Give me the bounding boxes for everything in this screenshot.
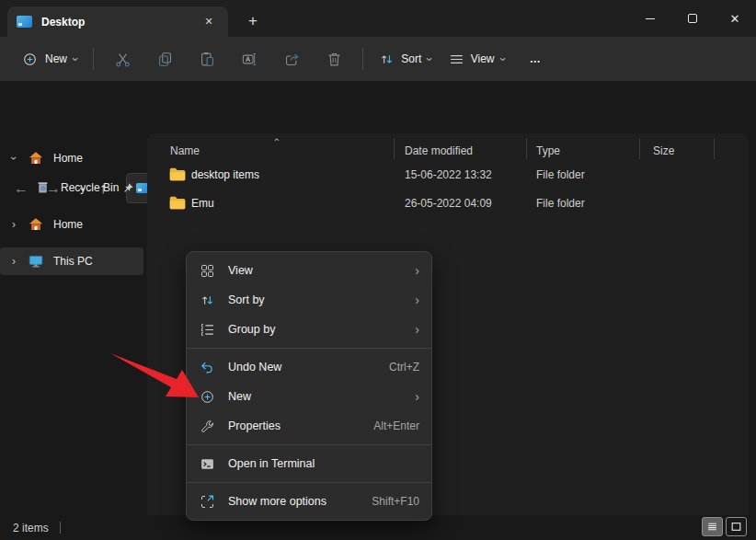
chevron-collapsed-icon[interactable]: › [7,218,20,231]
plus-circle-icon [21,51,39,68]
file-row-desktop-items[interactable]: desktop items 15-06-2022 13:32 File fold… [147,161,749,190]
recycle-bin-icon: ♻ [35,179,52,196]
menu-item-group-by[interactable]: Group by › [187,315,431,344]
delete-button[interactable] [316,44,351,74]
menu-item-undo-new[interactable]: Undo New Ctrl+Z [187,352,431,382]
scissors-icon [114,51,132,68]
file-date-modified: 15-06-2022 13:32 [405,168,492,181]
context-menu: View › Sort by › Group by › Undo New Ctr… [186,251,432,521]
column-resize-handle[interactable] [639,139,640,159]
cut-button[interactable] [105,44,140,74]
menu-item-label: View [228,264,415,277]
menu-item-shortcut: Ctrl+Z [389,361,419,373]
menu-item-view[interactable]: View › [187,256,431,285]
menu-item-open-in-terminal[interactable]: Open in Terminal [187,449,431,478]
menu-item-label: Open in Terminal [228,457,419,470]
submenu-chevron-icon: › [415,293,419,307]
rename-button[interactable] [232,44,267,74]
chevron-down-icon: › [70,57,82,61]
maximize-icon [688,14,697,23]
large-icons-view-button[interactable] [726,517,747,536]
menu-item-sort-by[interactable]: Sort by › [187,285,431,315]
file-name: Emu [191,197,214,210]
chevron-collapsed-icon[interactable]: › [7,255,20,268]
details-view-button[interactable] [702,517,723,536]
new-button-label: New [45,52,67,65]
menu-item-label: Sort by [228,293,415,306]
sidebar-item-label: This PC [53,255,143,268]
status-divider [60,522,61,534]
sidebar-item-home[interactable]: › Home [0,144,143,172]
file-type: File folder [536,197,585,210]
column-resize-handle[interactable] [526,139,527,159]
sidebar-item-this-pc[interactable]: › This PC [0,247,143,275]
view-button[interactable]: View › [441,46,513,73]
navigation-pane: › Home › ♻ Recycle Bin › Home › This PC [0,133,143,515]
sort-icon [379,52,395,67]
file-explorer-window: Desktop ✕ + ✕ New › [0,0,756,540]
menu-item-label: Show more options [228,495,372,508]
paste-button[interactable] [189,44,224,74]
view-lines-icon [449,52,464,67]
command-toolbar: New › Sort › View › [0,37,756,81]
sidebar-item-recycle-bin[interactable]: › ♻ Recycle Bin [0,174,143,201]
menu-item-show-more-options[interactable]: Show more options Shift+F10 [187,487,431,516]
column-resize-handle[interactable] [714,139,715,159]
menu-item-new[interactable]: New › [187,382,431,411]
new-tab-button[interactable]: + [241,9,265,33]
trash-icon [326,51,343,68]
tab-desktop[interactable]: Desktop ✕ [7,6,228,37]
sort-ascending-icon: › [270,138,281,142]
large-icons-view-icon [730,521,742,533]
copy-button[interactable] [147,44,182,74]
menu-item-properties[interactable]: Properties Alt+Enter [187,411,431,441]
close-button[interactable]: ✕ [714,0,756,37]
menu-item-shortcut: Alt+Enter [373,419,419,432]
sort-icon [199,292,216,309]
pin-icon [122,182,134,194]
this-pc-icon [28,253,44,270]
grid-view-icon [199,262,216,280]
menu-divider [187,444,431,445]
tab-close-icon[interactable]: ✕ [199,12,219,32]
title-bar: Desktop ✕ + ✕ [0,0,756,37]
rename-icon [241,51,258,68]
menu-item-label: Group by [228,323,415,336]
chevron-down-icon: › [424,57,436,61]
details-view-icon [706,521,718,533]
toolbar-divider [362,48,363,70]
paste-icon [199,51,216,68]
sort-button[interactable]: Sort › [371,46,440,73]
share-button[interactable] [274,44,309,74]
menu-item-label: Properties [228,419,373,432]
minimize-icon [646,18,655,19]
desktop-icon [17,16,32,28]
menu-item-shortcut: Shift+F10 [372,495,419,508]
sidebar-item-label: Home [53,218,143,231]
file-name: desktop items [191,168,259,181]
tab-title: Desktop [41,16,199,29]
folder-icon [169,196,186,210]
new-button[interactable]: New › [13,45,86,74]
sidebar-item-home-2[interactable]: › Home [0,211,143,238]
chevron-expanded-icon[interactable]: › [7,152,20,165]
home-icon [28,216,44,233]
sidebar-item-label: Home [53,152,143,165]
sort-button-label: Sort [401,52,421,65]
sidebar-item-label: Recycle Bin [61,181,122,194]
svg-text:♻: ♻ [40,185,46,191]
column-resize-handle[interactable] [394,139,395,159]
menu-divider [187,348,431,349]
terminal-icon [199,455,216,473]
menu-item-label: New [228,390,415,403]
toolbar-divider [93,48,94,70]
minimize-button[interactable] [629,0,671,37]
file-type: File folder [536,168,585,181]
chevron-down-icon: › [497,57,509,61]
share-icon [283,51,301,68]
more-options-button[interactable]: … [530,52,543,65]
maximize-button[interactable] [671,0,714,37]
menu-divider [187,482,431,483]
file-row-emu[interactable]: Emu 26-05-2022 04:09 File folder [147,190,749,218]
undo-icon [199,359,216,376]
